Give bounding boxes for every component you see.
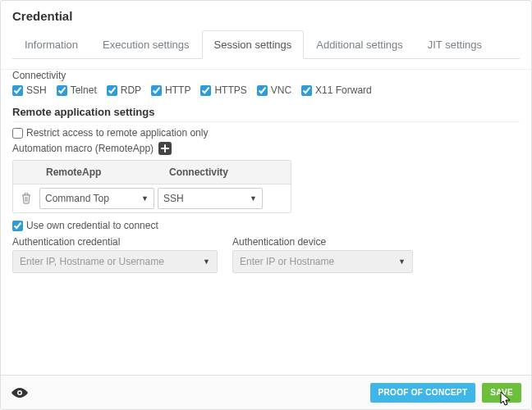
placeholder-text: Enter IP, Hostname or Username (20, 256, 164, 267)
chevron-down-icon: ▼ (141, 194, 149, 203)
check-label: Restrict access to remote application on… (26, 127, 208, 139)
checkbox-https[interactable] (200, 85, 211, 96)
table-row: Command Top ▼ SSH ▼ (13, 184, 291, 212)
checkbox-x11[interactable] (301, 85, 312, 96)
divider (12, 121, 520, 122)
tab-additional[interactable]: Additional settings (304, 30, 415, 59)
connectivity-options: SSH Telnet RDP HTTP HTTPS VNC X11 Forwar… (12, 84, 520, 96)
connectivity-select[interactable]: SSH ▼ (158, 188, 263, 209)
chevron-down-icon: ▼ (398, 257, 406, 266)
check-vnc[interactable]: VNC (257, 84, 291, 96)
remote-app-title: Remote application settings (12, 106, 520, 118)
checkbox-vnc[interactable] (257, 85, 268, 96)
chevron-down-icon: ▼ (250, 194, 257, 203)
grid-header-conn: Connectivity (163, 161, 291, 184)
remoteapp-value: Command Top (45, 193, 109, 204)
tabs: Information Execution settings Session s… (12, 30, 520, 59)
placeholder-text: Enter IP or Hostname (240, 256, 334, 267)
auth-credential-label: Authentication credential (12, 236, 218, 248)
svg-point-1 (19, 391, 21, 394)
check-label: HTTPS (214, 84, 246, 96)
check-label: Use own credential to connect (26, 220, 158, 231)
check-rdp[interactable]: RDP (107, 84, 141, 96)
eye-icon[interactable] (11, 387, 29, 399)
check-x11[interactable]: X11 Forward (301, 84, 372, 96)
check-label: X11 Forward (315, 84, 372, 96)
delete-row-button[interactable] (16, 193, 36, 204)
check-telnet[interactable]: Telnet (57, 84, 97, 96)
check-label: SSH (26, 84, 47, 96)
auth-device-label: Authentication device (232, 236, 413, 248)
check-label: VNC (271, 84, 291, 96)
checkbox-rdp[interactable] (107, 85, 117, 96)
trash-icon (21, 193, 31, 204)
check-restrict[interactable]: Restrict access to remote application on… (12, 127, 520, 139)
tab-session[interactable]: Session settings (202, 30, 305, 59)
save-button[interactable]: Save (482, 383, 521, 403)
connectivity-label: Connectivity (12, 70, 520, 81)
tab-execution[interactable]: Execution settings (90, 30, 202, 59)
grid-header-app: RemoteApp (39, 161, 163, 184)
check-https[interactable]: HTTPS (200, 84, 246, 96)
check-http[interactable]: HTTP (151, 84, 190, 96)
checkbox-http[interactable] (151, 85, 162, 96)
connectivity-value: SSH (163, 193, 184, 204)
auth-device-input[interactable]: Enter IP or Hostname ▼ (232, 250, 413, 273)
footer: Proof of Concept Save (1, 375, 531, 409)
page-title: Credential (12, 9, 520, 23)
check-use-own[interactable]: Use own credential to connect (12, 220, 520, 231)
tab-information[interactable]: Information (12, 30, 90, 59)
checkbox-use-own[interactable] (12, 221, 23, 231)
remoteapp-select[interactable]: Command Top ▼ (39, 188, 154, 209)
checkbox-ssh[interactable] (12, 85, 23, 96)
check-label: HTTP (165, 84, 190, 96)
checkbox-restrict[interactable] (12, 128, 23, 139)
tab-jit[interactable]: JIT settings (415, 30, 494, 59)
check-label: Telnet (71, 84, 97, 96)
check-ssh[interactable]: SSH (12, 84, 47, 96)
macro-label: Automation macro (RemoteApp) (12, 143, 154, 154)
check-label: RDP (121, 84, 141, 96)
macro-grid: RemoteApp Connectivity Command Top ▼ SSH… (12, 160, 291, 213)
grid-header-actions (13, 161, 39, 184)
checkbox-telnet[interactable] (57, 85, 67, 96)
auth-credential-input[interactable]: Enter IP, Hostname or Username ▼ (12, 250, 218, 273)
proof-of-concept-button[interactable]: Proof of Concept (370, 383, 476, 403)
chevron-down-icon: ▼ (203, 257, 210, 266)
add-macro-button[interactable] (158, 142, 172, 155)
